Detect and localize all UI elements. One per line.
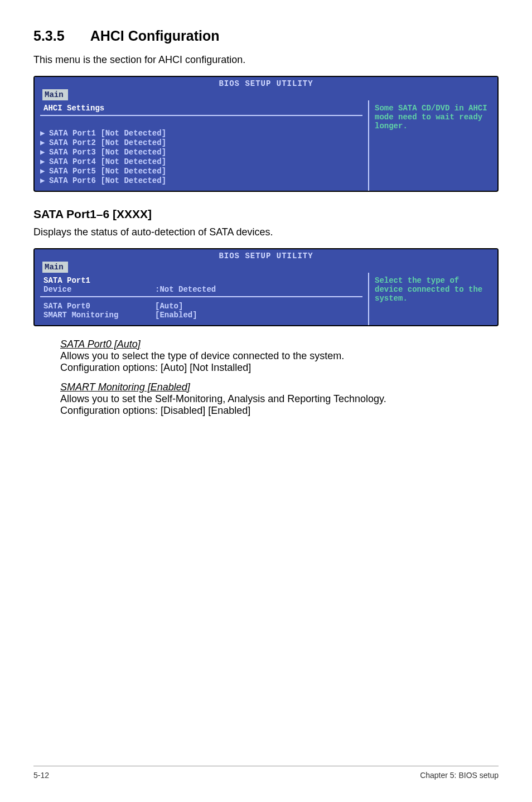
bios-tab-main[interactable]: Main — [42, 89, 68, 100]
bios-device-label: Device — [43, 285, 155, 294]
divider — [40, 296, 362, 297]
triangle-icon: ▶ — [40, 166, 49, 176]
bios-device-row: Device :Not Detected — [40, 285, 362, 294]
option-description: Allows you to select the type of device … — [60, 350, 476, 374]
bios-left-panel: SATA Port1 Device :Not Detected SATA Por… — [35, 273, 369, 325]
section-heading: 5.3.5 AHCI Configuration — [33, 28, 499, 44]
bios-title: BIOS SETUP UTILITY — [35, 250, 497, 260]
option-line: Allows you to set the Self-Monitoring, A… — [60, 393, 386, 404]
bios-help-text: Select the type of device connected to t… — [375, 276, 482, 303]
page-number: 5-12 — [33, 771, 49, 780]
bios-panel-heading: SATA Port1 — [40, 276, 362, 285]
triangle-icon: ▶ — [40, 138, 49, 147]
bios-item-label: SATA Port2 [Not Detected] — [49, 138, 166, 147]
bios-panel-ahci: BIOS SETUP UTILITY Main AHCI Settings ▶S… — [33, 76, 499, 192]
bios-item-label: SATA Port6 [Not Detected] — [49, 176, 166, 185]
bios-menu-item[interactable]: ▶SATA Port5 [Not Detected] — [40, 166, 362, 176]
bios-help-panel: Select the type of device connected to t… — [369, 273, 497, 325]
bios-help-text: Some SATA CD/DVD in AHCI mode need to wa… — [375, 104, 487, 131]
bios-setting-row[interactable]: SATA Port0 [Auto] — [40, 302, 362, 311]
bios-title: BIOS SETUP UTILITY — [35, 78, 497, 88]
bios-left-panel: AHCI Settings ▶SATA Port1 [Not Detected]… — [35, 100, 369, 191]
option-line: Configuration options: [Auto] [Not Insta… — [60, 362, 251, 373]
bios-item-label: SATA Port3 [Not Detected] — [49, 148, 166, 157]
bios-setting-label: SMART Monitoring — [43, 311, 155, 320]
option-title: SMART Monitoring [Enabled] — [60, 381, 476, 393]
section-number: 5.3.5 — [33, 28, 87, 44]
bios-titlebar: BIOS SETUP UTILITY Main — [35, 249, 497, 273]
section-title: AHCI Configuration — [90, 28, 220, 44]
option-line: Configuration options: [Disabled] [Enabl… — [60, 405, 250, 416]
bios-setting-value: [Enabled] — [155, 311, 197, 320]
option-title: SATA Port0 [Auto] — [60, 339, 476, 350]
bios-menu-item[interactable]: ▶SATA Port3 [Not Detected] — [40, 147, 362, 157]
bios-setting-value: [Auto] — [155, 302, 183, 311]
bios-panel-heading: AHCI Settings — [40, 104, 362, 113]
triangle-icon: ▶ — [40, 147, 49, 157]
option-description: Allows you to set the Self-Monitoring, A… — [60, 393, 476, 417]
bios-titlebar: BIOS SETUP UTILITY Main — [35, 77, 497, 100]
bios-menu-item[interactable]: ▶SATA Port2 [Not Detected] — [40, 138, 362, 147]
triangle-icon: ▶ — [40, 157, 49, 166]
bios-menu-item[interactable]: ▶SATA Port1 [Not Detected] — [40, 128, 362, 138]
sub-heading: SATA Port1–6 [XXXX] — [33, 207, 499, 221]
bios-item-label: SATA Port5 [Not Detected] — [49, 167, 166, 176]
divider — [40, 115, 362, 116]
triangle-icon: ▶ — [40, 128, 49, 138]
page-footer: 5-12 Chapter 5: BIOS setup — [33, 766, 499, 780]
bios-device-value: :Not Detected — [155, 285, 216, 294]
bios-menu-item[interactable]: ▶SATA Port4 [Not Detected] — [40, 157, 362, 166]
bios-tab-main[interactable]: Main — [42, 262, 68, 273]
bios-panel-sata-port: BIOS SETUP UTILITY Main SATA Port1 Devic… — [33, 248, 499, 326]
option-line: Allows you to select the type of device … — [60, 350, 344, 361]
bios-help-panel: Some SATA CD/DVD in AHCI mode need to wa… — [369, 100, 497, 191]
section-intro: This menu is the section for AHCI config… — [33, 54, 499, 66]
chapter-label: Chapter 5: BIOS setup — [420, 771, 499, 780]
bios-menu-item[interactable]: ▶SATA Port6 [Not Detected] — [40, 176, 362, 185]
bios-item-label: SATA Port4 [Not Detected] — [49, 157, 166, 166]
bios-setting-row[interactable]: SMART Monitoring [Enabled] — [40, 311, 362, 320]
triangle-icon: ▶ — [40, 176, 49, 185]
bios-item-label: SATA Port1 [Not Detected] — [49, 129, 166, 138]
sub-intro: Displays the status of auto-detection of… — [33, 226, 499, 238]
bios-setting-label: SATA Port0 — [43, 302, 155, 311]
